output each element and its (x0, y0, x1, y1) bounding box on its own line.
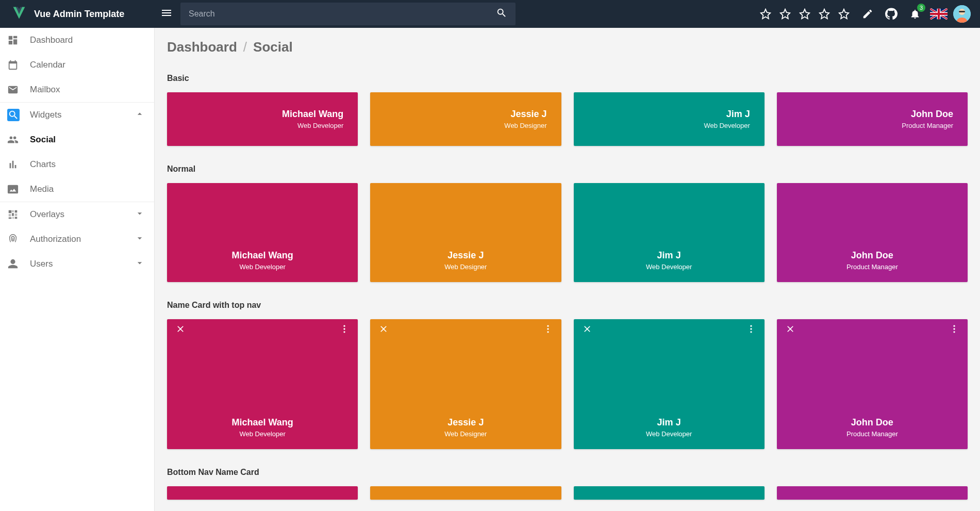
sidebar-item-widgets[interactable]: Widgets (0, 103, 154, 127)
person-card[interactable]: Michael WangWeb Developer (167, 183, 358, 282)
person-role: Web Developer (282, 122, 343, 129)
sidebar-item-label: Media (30, 184, 145, 194)
rating-stars[interactable] (756, 5, 853, 23)
star-icon[interactable] (815, 5, 834, 23)
person-name: John Doe (851, 250, 893, 261)
sidebar-item-authorization[interactable]: Authorization (0, 227, 154, 252)
bottomnav-cards (163, 482, 972, 504)
person-card[interactable]: John DoeProduct Manager (777, 319, 968, 449)
person-card[interactable]: John DoeProduct Manager (777, 92, 968, 146)
person-card[interactable]: Jessie JWeb Designer (370, 183, 561, 282)
star-icon[interactable] (776, 5, 794, 23)
person-role: Product Manager (846, 263, 898, 271)
breadcrumb: Dashboard / Social (163, 28, 972, 59)
sidebar-item-label: Users (30, 259, 135, 269)
person-card[interactable] (574, 486, 765, 500)
notifications-button[interactable]: 3 (906, 5, 924, 23)
menu-icon (160, 7, 173, 21)
compose-icon[interactable] (858, 5, 877, 23)
sidebar-item-label: Charts (30, 159, 145, 170)
svg-point-15 (344, 331, 345, 333)
mail-icon (7, 84, 30, 95)
menu-toggle-button[interactable] (155, 2, 178, 26)
sidebar: Dashboard Calendar Mailbox Widgets Socia… (0, 28, 155, 511)
breadcrumb-root[interactable]: Dashboard (167, 39, 237, 55)
svg-rect-3 (959, 11, 965, 12)
svg-point-18 (547, 331, 549, 333)
brand[interactable]: Vue Admin Template (0, 5, 155, 23)
close-icon[interactable] (175, 324, 186, 336)
person-card[interactable]: Jim JWeb Developer (574, 319, 765, 449)
person-role: Product Manager (846, 430, 898, 438)
sidebar-item-media[interactable]: Media (0, 177, 154, 202)
more-icon[interactable] (543, 324, 553, 336)
person-name: Jessie J (504, 109, 546, 120)
person-card[interactable] (370, 486, 561, 500)
widgets-icon (7, 109, 30, 121)
close-icon[interactable] (378, 324, 389, 336)
sidebar-item-charts[interactable]: Charts (0, 152, 154, 177)
chevron-up-icon (135, 109, 145, 122)
person-card[interactable]: John DoeProduct Manager (777, 183, 968, 282)
person-name: Michael Wang (231, 250, 293, 261)
sidebar-item-label: Calendar (30, 60, 145, 70)
sidebar-item-label: Mailbox (30, 85, 145, 95)
star-icon[interactable] (835, 5, 853, 23)
language-flag-button[interactable] (929, 5, 948, 23)
breadcrumb-current: Social (253, 39, 293, 55)
person-card[interactable]: Jim JWeb Developer (574, 183, 765, 282)
svg-rect-6 (15, 210, 18, 213)
more-icon[interactable] (339, 324, 350, 336)
close-icon[interactable] (785, 324, 795, 336)
sidebar-item-social[interactable]: Social (0, 127, 154, 152)
svg-point-13 (344, 325, 345, 327)
svg-rect-4 (9, 210, 12, 213)
sidebar-item-users[interactable]: Users (0, 252, 154, 276)
svg-point-14 (344, 328, 345, 329)
person-card[interactable]: Michael WangWeb Developer (167, 319, 358, 449)
close-icon[interactable] (582, 324, 592, 336)
notification-count-badge: 3 (917, 4, 925, 12)
person-name: John Doe (902, 109, 953, 120)
uk-flag-icon (930, 8, 948, 20)
search-input[interactable] (189, 9, 496, 19)
sidebar-item-label: Overlays (30, 209, 135, 220)
more-icon[interactable] (949, 324, 959, 336)
person-role: Web Designer (504, 122, 546, 129)
person-role: Web Designer (444, 263, 487, 271)
dashboard-icon (7, 35, 30, 46)
brand-title: Vue Admin Template (34, 9, 124, 20)
more-icon[interactable] (746, 324, 756, 336)
person-card[interactable] (167, 486, 358, 500)
section-title-topnav: Name Card with top nav (163, 286, 972, 315)
star-icon[interactable] (795, 5, 814, 23)
svg-point-24 (953, 331, 955, 333)
avatar-icon (953, 5, 971, 23)
sidebar-item-label: Widgets (30, 110, 135, 120)
sidebar-item-calendar[interactable]: Calendar (0, 53, 154, 77)
svg-rect-12 (15, 217, 18, 219)
search-icon[interactable] (496, 7, 507, 21)
breadcrumb-separator: / (243, 39, 247, 55)
svg-rect-9 (15, 213, 18, 216)
person-card[interactable]: Jessie JWeb Designer (370, 92, 561, 146)
sidebar-item-mailbox[interactable]: Mailbox (0, 77, 154, 102)
fingerprint-icon (7, 234, 30, 245)
sidebar-item-overlays[interactable]: Overlays (0, 202, 154, 227)
github-icon[interactable] (882, 5, 901, 23)
user-avatar[interactable] (953, 5, 971, 23)
person-name: Jim J (704, 109, 750, 120)
sidebar-item-dashboard[interactable]: Dashboard (0, 28, 154, 53)
svg-rect-11 (12, 217, 14, 219)
star-icon[interactable] (756, 5, 775, 23)
person-card[interactable]: Jessie JWeb Designer (370, 319, 561, 449)
svg-point-20 (750, 328, 752, 329)
calendar-icon (7, 59, 30, 71)
person-card[interactable]: Jim JWeb Developer (574, 92, 765, 146)
search-box[interactable] (180, 3, 516, 25)
person-card[interactable]: Michael WangWeb Developer (167, 92, 358, 146)
person-card[interactable] (777, 486, 968, 500)
basic-cards: Michael WangWeb DeveloperJessie JWeb Des… (163, 88, 972, 150)
header: Vue Admin Template 3 (0, 0, 980, 28)
sidebar-item-label: Authorization (30, 234, 135, 244)
